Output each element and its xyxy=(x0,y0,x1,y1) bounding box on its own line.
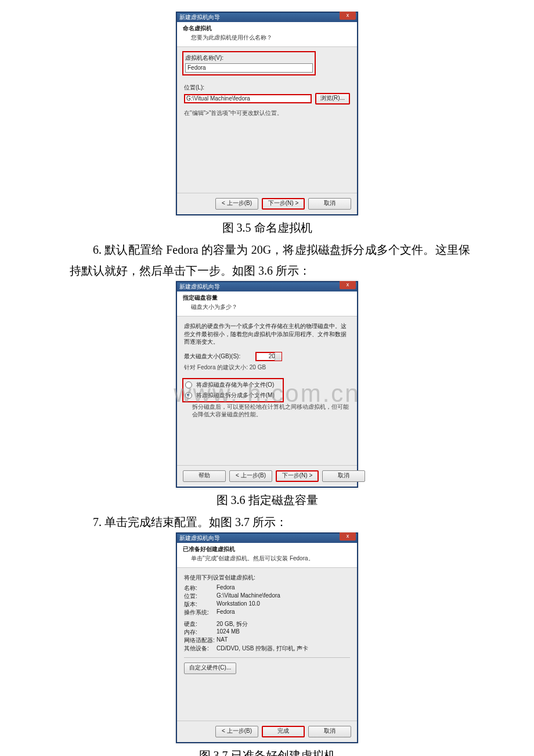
radio-icon xyxy=(185,381,192,388)
vm-location-input[interactable]: G:\Vitual Machine\fedora xyxy=(184,94,312,103)
wizard-header: 已准备好创建虚拟机 单击"完成"创建虚拟机。然后可以安装 Fedora。 xyxy=(177,543,357,568)
figure-caption-35: 图 3.5 命名虚拟机 xyxy=(0,220,534,236)
row-value: Fedora xyxy=(217,584,235,592)
button-row: < 上一步(B) 完成 取消 xyxy=(177,721,357,742)
disk-size-input[interactable]: 20.0 xyxy=(255,352,282,361)
header-subtitle: 您要为此虚拟机使用什么名称？ xyxy=(183,34,351,42)
wizard-header: 命名虚拟机 您要为此虚拟机使用什么名称？ xyxy=(177,22,357,47)
figure-caption-37: 图 3.7 已准备好创建虚拟机 xyxy=(0,748,534,757)
disk-desc: 虚拟机的硬盘作为一个或多个文件存储在主机的物理磁盘中。这些文件最初很小，随着您向… xyxy=(184,322,350,346)
help-button[interactable]: 帮助 xyxy=(183,470,226,482)
disk-size-label: 最大磁盘大小(GB)(S): xyxy=(184,352,240,361)
close-icon[interactable]: x xyxy=(340,532,356,541)
radio-split-files[interactable]: 将虚拟磁盘拆分成多个文件(M) xyxy=(185,391,281,399)
back-button[interactable]: < 上一步(B) xyxy=(229,470,272,482)
customize-hardware-button[interactable]: 自定义硬件(C)... xyxy=(184,663,236,674)
wizard-header: 指定磁盘容量 磁盘大小为多少？ xyxy=(177,291,357,316)
figure-caption-36: 图 3.6 指定磁盘容量 xyxy=(0,492,534,508)
vm-name-group: 虚拟机名称(V): Fedora xyxy=(182,51,316,75)
titlebar: 新建虚拟机向导 x xyxy=(177,534,357,543)
back-button[interactable]: < 上一步(B) xyxy=(215,726,258,737)
radio-group: 将虚拟磁盘存储为单个文件(O) 将虚拟磁盘拆分成多个文件(M) xyxy=(182,378,284,402)
window-title: 新建虚拟机向导 xyxy=(179,283,220,290)
cancel-button[interactable]: 取消 xyxy=(308,198,351,210)
dialog-disk-capacity: 新建虚拟机向导 x 指定磁盘容量 磁盘大小为多少？ 虚拟机的硬盘作为一个或多个文… xyxy=(176,281,358,488)
next-button[interactable]: 下一步(N) > xyxy=(276,470,319,482)
close-icon[interactable]: x xyxy=(340,281,356,289)
radio-single-label: 将虚拟磁盘存储为单个文件(O) xyxy=(196,381,274,388)
paragraph-6: 6. 默认配置给 Fedora 的容量为 20G，将虚拟磁盘拆分成多个文件。这里… xyxy=(0,239,534,281)
window-title: 新建虚拟机向导 xyxy=(179,535,220,541)
vm-location-group: 位置(L): G:\Vitual Machine\fedora 浏览(R)... xyxy=(184,84,350,105)
row-value: 1024 MB xyxy=(217,628,240,636)
split-hint: 拆分磁盘后，可以更轻松地在计算机之间移动虚拟机，但可能会降低大容量磁盘的性能。 xyxy=(184,403,350,419)
browse-button[interactable]: 浏览(R)... xyxy=(315,93,350,105)
dialog-ready-create: 新建虚拟机向导 x 已准备好创建虚拟机 单击"完成"创建虚拟机。然后可以安装 F… xyxy=(176,532,358,743)
row-key: 位置: xyxy=(184,592,217,600)
row-key: 名称: xyxy=(184,584,217,592)
location-hint: 在"编辑">"首选项"中可更改默认位置。 xyxy=(184,109,350,117)
row-value: CD/DVD, USB 控制器, 打印机, 声卡 xyxy=(217,645,308,653)
row-key: 版本: xyxy=(184,600,217,609)
separator xyxy=(184,657,350,658)
button-row: < 上一步(B) 下一步(N) > 取消 xyxy=(177,193,357,214)
cancel-button[interactable]: 取消 xyxy=(322,470,365,482)
row-key: 操作系统: xyxy=(184,609,217,617)
settings-caption: 将使用下列设置创建虚拟机: xyxy=(184,574,350,582)
header-title: 命名虚拟机 xyxy=(183,24,351,33)
button-row: 帮助 < 上一步(B) 下一步(N) > 取消 xyxy=(177,465,357,487)
radio-split-label: 将虚拟磁盘拆分成多个文件(M) xyxy=(196,392,275,398)
row-key: 内存: xyxy=(184,628,217,636)
cancel-button[interactable]: 取消 xyxy=(308,726,351,737)
finish-button[interactable]: 完成 xyxy=(262,726,305,737)
row-value: 20 GB, 拆分 xyxy=(217,620,248,628)
row-key: 其他设备: xyxy=(184,645,217,653)
row-value: Workstation 10.0 xyxy=(217,600,260,609)
dialog-name-vm: 新建虚拟机向导 x 命名虚拟机 您要为此虚拟机使用什么名称？ 虚拟机名称(V):… xyxy=(176,12,358,215)
row-value: NAT xyxy=(217,636,228,645)
row-key: 硬盘: xyxy=(184,620,217,628)
header-subtitle: 单击"完成"创建虚拟机。然后可以安装 Fedora。 xyxy=(183,555,351,563)
radio-single-file[interactable]: 将虚拟磁盘存储为单个文件(O) xyxy=(185,381,281,389)
vm-name-label: 虚拟机名称(V): xyxy=(185,54,313,62)
radio-icon xyxy=(185,392,192,399)
disk-size-row: 最大磁盘大小(GB)(S): 20.0 xyxy=(184,352,350,361)
row-value: G:\Vitual Machine\fedora xyxy=(217,592,280,600)
next-button[interactable]: 下一步(N) > xyxy=(262,198,305,210)
titlebar: 新建虚拟机向导 x xyxy=(177,282,357,291)
close-icon[interactable]: x xyxy=(340,12,356,20)
back-button[interactable]: < 上一步(B) xyxy=(215,198,258,210)
window-title: 新建虚拟机向导 xyxy=(179,14,220,20)
vm-location-label: 位置(L): xyxy=(184,84,350,92)
row-value: Fedora xyxy=(217,609,235,617)
disk-recommend: 针对 Fedora 的建议大小: 20 GB xyxy=(184,363,350,372)
paragraph-7: 7. 单击完成结束配置。如图 3.7 所示： xyxy=(0,512,534,532)
titlebar: 新建虚拟机向导 x xyxy=(177,13,357,22)
header-title: 已准备好创建虚拟机 xyxy=(183,545,351,553)
settings-table: 名称:Fedora 位置:G:\Vitual Machine\fedora 版本… xyxy=(184,584,350,653)
row-key: 网络适配器: xyxy=(184,636,217,645)
vm-name-input[interactable]: Fedora xyxy=(185,63,313,73)
header-subtitle: 磁盘大小为多少？ xyxy=(183,303,351,311)
header-title: 指定磁盘容量 xyxy=(183,294,351,302)
